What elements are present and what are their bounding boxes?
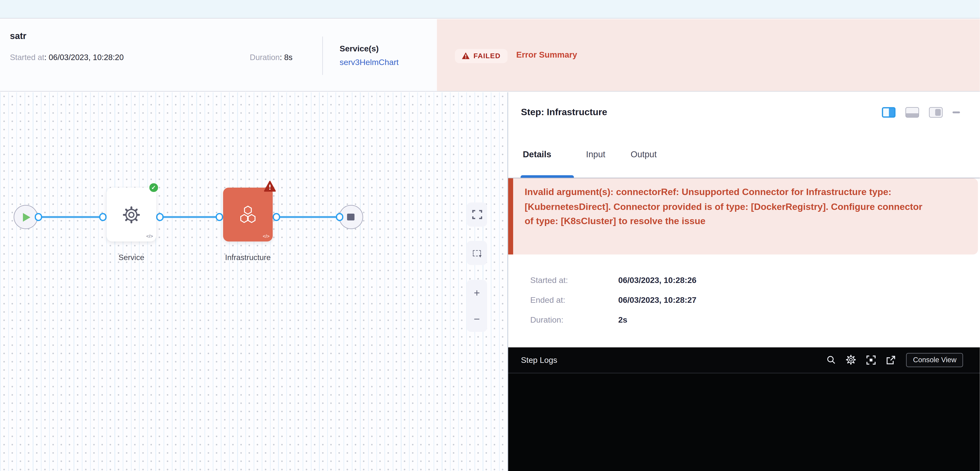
fullscreen-logs-icon[interactable] (867, 355, 876, 365)
tab-input[interactable]: Input (586, 149, 605, 159)
error-message-box: Invalid argument(s): connectorRef: Unsup… (508, 179, 978, 254)
edge-endpoint (99, 213, 107, 221)
layout-floating-panel-icon[interactable] (929, 107, 943, 117)
pipeline-execution-page: satr Started at: 06/03/2023, 10:28:20 Du… (0, 0, 980, 471)
execution-header: satr Started at: 06/03/2023, 10:28:20 Du… (0, 19, 980, 92)
step-details-panel: Step: Infrastructure Details Input Outpu… (508, 92, 980, 471)
detail-row-ended: Ended at:06/03/2023, 10:28:27 (530, 295, 696, 304)
service-link[interactable]: serv3HelmChart (340, 57, 399, 67)
log-settings-gear-icon[interactable] (846, 355, 856, 365)
step-logs-actions: Console View (827, 353, 963, 367)
started-at-label: Started at (10, 52, 45, 62)
fit-to-screen-icon (472, 210, 482, 219)
warning-triangle-icon (462, 52, 470, 59)
detail-value: 2s (618, 315, 627, 325)
status-badge-label: FAILED (474, 52, 501, 59)
error-summary-link[interactable]: Error Summary (516, 50, 577, 59)
detail-label: Duration: (530, 315, 618, 325)
infrastructure-hexagons-icon (238, 204, 258, 225)
failure-warning-icon (264, 181, 276, 194)
detail-value: 06/03/2023, 10:28:27 (618, 295, 696, 304)
code-icon: </> (146, 233, 153, 239)
duration-meta: Duration: 8s (250, 52, 293, 62)
code-icon: </> (263, 233, 270, 239)
step-panel-title: Step: Infrastructure (521, 106, 607, 117)
services-block: Service(s) serv3HelmChart (340, 44, 399, 67)
edge-endpoint (272, 213, 280, 221)
edge-endpoint (35, 213, 42, 221)
panel-layout-toggles (882, 107, 960, 117)
layout-bottom-panel-icon[interactable] (906, 107, 919, 117)
detail-label: Started at: (530, 276, 618, 285)
detail-row-started: Started at:06/03/2023, 10:28:26 (530, 276, 696, 285)
layout-right-panel-icon[interactable] (882, 107, 896, 117)
started-at-value: : 06/03/2023, 10:28:20 (45, 52, 124, 62)
edge-endpoint (215, 213, 223, 221)
fit-to-screen-button[interactable] (467, 203, 487, 227)
pipeline-canvas[interactable]: ✓ </> Service </> Infrastructure (0, 92, 508, 471)
marquee-select-button[interactable] (467, 241, 487, 265)
top-strip (0, 0, 980, 18)
detail-label: Ended at: (530, 295, 618, 304)
edge-endpoint (336, 213, 344, 221)
search-icon[interactable] (827, 355, 835, 364)
started-at-meta: Started at: 06/03/2023, 10:28:20 (10, 52, 124, 62)
play-icon (23, 213, 30, 222)
tab-output[interactable]: Output (631, 149, 657, 159)
panel-tabs: Details Input Output (508, 147, 980, 178)
edge-infrastructure-to-end (277, 216, 340, 218)
gear-icon (122, 205, 141, 224)
edge-endpoint (156, 213, 164, 221)
status-badge: FAILED (455, 49, 508, 63)
start-node[interactable] (14, 205, 38, 229)
tab-details[interactable]: Details (523, 149, 551, 159)
layout-floating-panel-inner (935, 109, 941, 116)
pipeline-name: satr (10, 31, 27, 41)
step-logs-title: Step Logs (521, 355, 557, 365)
edge-start-to-service (38, 216, 103, 218)
services-label: Service(s) (340, 44, 399, 53)
detail-value: 06/03/2023, 10:28:26 (618, 276, 696, 285)
zoom-control[interactable]: + − (467, 280, 487, 332)
error-message-text: Invalid argument(s): connectorRef: Unsup… (525, 185, 934, 228)
service-node-label: Service (82, 253, 181, 262)
minimize-panel-icon[interactable] (953, 111, 960, 113)
stop-icon (347, 213, 355, 220)
open-in-new-tab-icon[interactable] (886, 355, 896, 365)
zoom-in-button[interactable]: + (474, 288, 480, 298)
duration-label: Duration (250, 52, 280, 62)
screenshot-stage: satr Started at: 06/03/2023, 10:28:20 Du… (0, 0, 980, 471)
zoom-out-button[interactable]: − (474, 314, 480, 324)
detail-row-duration: Duration:2s (530, 315, 627, 325)
active-tab-underline (520, 175, 574, 178)
marquee-select-icon (473, 250, 481, 256)
duration-value: : 8s (280, 52, 293, 62)
step-logs-bar: Step Logs (508, 347, 980, 373)
console-view-button[interactable]: Console View (906, 353, 963, 367)
edge-service-to-infrastructure (160, 216, 220, 218)
success-check-icon: ✓ (149, 183, 158, 192)
console-output-area[interactable] (508, 373, 980, 471)
infrastructure-node-label: Infrastructure (198, 253, 298, 262)
header-divider (322, 36, 323, 75)
